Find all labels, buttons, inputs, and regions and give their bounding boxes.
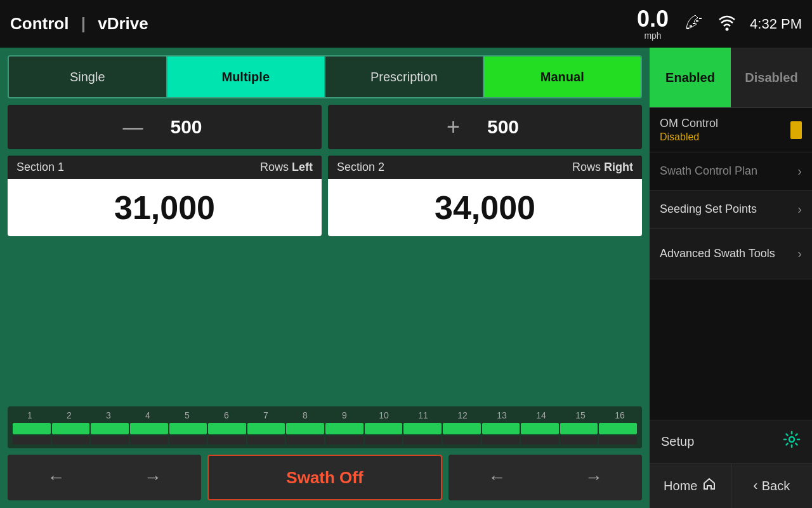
main-layout: Single Multiple Prescription Manual — 50… [0, 48, 812, 508]
tab-manual[interactable]: Manual [484, 57, 641, 97]
setup-label: Setup [661, 434, 694, 449]
section-card-2: Section 2 Rows Right 34,000 [328, 156, 642, 236]
title-divider: | [81, 14, 86, 33]
swath-off-button[interactable]: Swath Off [207, 455, 442, 500]
row-bar-16[interactable] [599, 423, 637, 434]
title-prefix: Control [10, 14, 69, 33]
stepper-right-plus[interactable]: + [442, 116, 465, 138]
row-bar-7[interactable] [247, 423, 285, 434]
title-bold: vDrive [98, 14, 148, 33]
row-dot-13 [482, 436, 520, 444]
speed-value: 0.0 [637, 8, 669, 30]
row-num-12: 12 [445, 410, 480, 420]
row-indicators: 12345678910111213141516 [8, 406, 642, 448]
row-dot-3 [91, 436, 129, 444]
nav-right-next[interactable]: → [572, 461, 615, 494]
row-num-11: 11 [405, 410, 441, 420]
advanced-swath-tools-arrow: › [797, 246, 802, 261]
row-dot-1 [13, 436, 51, 444]
om-indicator [790, 121, 802, 139]
row-dot-12 [443, 436, 481, 444]
swath-control-plan-item[interactable]: Swath Control Plan › [650, 152, 812, 190]
sidebar-spacer [650, 279, 812, 420]
top-bar: Control | vDrive 0.0 mph [0, 0, 812, 48]
seeding-set-points-item[interactable]: Seeding Set Points › [650, 190, 812, 229]
disabled-button[interactable]: Disabled [731, 48, 812, 107]
advanced-swath-tools-item[interactable]: Advanced Swath Tools › [650, 229, 812, 279]
bottom-controls: ← → Swath Off ← → [8, 455, 642, 500]
row-bar-10[interactable] [365, 423, 403, 434]
nav-right-prev[interactable]: ← [475, 461, 518, 494]
om-control-item[interactable]: OM Control Disabled [650, 108, 812, 152]
tab-prescription[interactable]: Prescription [325, 57, 484, 97]
section-1-rows: Rows Left [260, 161, 313, 174]
tab-multiple[interactable]: Multiple [167, 57, 326, 97]
row-num-3: 3 [91, 410, 126, 420]
row-bar-3[interactable] [91, 423, 129, 434]
section-2-rows: Rows Right [572, 161, 633, 174]
row-bar-6[interactable] [208, 423, 246, 434]
enable-disable-toggle: Enabled Disabled [650, 48, 812, 108]
row-dot-10 [365, 436, 403, 444]
home-label: Home [664, 479, 697, 493]
back-button[interactable]: ‹ Back [731, 464, 813, 508]
stepper-left: — 500 [8, 105, 322, 149]
row-dots [10, 434, 639, 444]
tab-row: Single Multiple Prescription Manual [8, 55, 642, 98]
row-dot-15 [560, 436, 598, 444]
svg-rect-1 [690, 25, 692, 27]
row-bar-8[interactable] [286, 423, 324, 434]
section-2-header: Section 2 Rows Right [328, 156, 642, 179]
row-num-7: 7 [248, 410, 284, 420]
row-bar-15[interactable] [560, 423, 598, 434]
seeding-set-points-arrow: › [797, 202, 802, 217]
section-2-label: Section 2 [337, 161, 384, 174]
signal-icon [681, 10, 704, 37]
home-icon [702, 477, 716, 495]
row-dot-4 [130, 436, 168, 444]
row-bar-12[interactable] [443, 423, 481, 434]
nav-left-next[interactable]: → [131, 461, 174, 494]
om-control-text: OM Control Disabled [660, 117, 718, 143]
home-back-row: Home ‹ Back [650, 464, 812, 508]
home-button[interactable]: Home [650, 464, 731, 508]
setup-row[interactable]: Setup [650, 420, 812, 464]
row-bar-13[interactable] [482, 423, 520, 434]
row-bar-11[interactable] [403, 423, 442, 434]
row-num-14: 14 [523, 410, 559, 420]
tab-single[interactable]: Single [9, 57, 167, 97]
row-num-1: 1 [12, 410, 48, 420]
row-num-15: 15 [563, 410, 598, 420]
nav-left-prev[interactable]: ← [34, 461, 77, 494]
svg-point-5 [726, 27, 729, 30]
stepper-left-minus[interactable]: — [118, 117, 148, 137]
row-dot-7 [247, 436, 285, 444]
row-num-4: 4 [130, 410, 166, 420]
row-bar-4[interactable] [130, 423, 168, 434]
row-dot-11 [403, 436, 442, 444]
row-dot-9 [325, 436, 363, 444]
wifi-icon [717, 13, 737, 35]
row-num-8: 8 [287, 410, 323, 420]
section-1-value[interactable]: 31,000 [8, 179, 322, 236]
svg-rect-3 [696, 20, 698, 22]
stepper-left-value: 500 [161, 116, 212, 138]
nav-right-group: ← → [449, 455, 642, 500]
section-2-value[interactable]: 34,000 [328, 179, 642, 236]
row-num-6: 6 [209, 410, 244, 420]
row-numbers: 12345678910111213141516 [10, 410, 639, 420]
row-bar-2[interactable] [52, 423, 90, 434]
enabled-button[interactable]: Enabled [650, 48, 731, 107]
sections-row: Section 1 Rows Left 31,000 Section 2 Row… [8, 156, 642, 236]
section-card-1: Section 1 Rows Left 31,000 [8, 156, 322, 236]
row-bar-9[interactable] [325, 423, 363, 434]
row-bar-5[interactable] [169, 423, 207, 434]
stepper-row: — 500 + 500 [8, 105, 642, 149]
row-bar-1[interactable] [13, 423, 51, 434]
row-bar-14[interactable] [521, 423, 559, 434]
gear-icon [783, 431, 801, 453]
nav-left-group: ← → [8, 455, 201, 500]
stepper-right: + 500 [328, 105, 642, 149]
row-dot-2 [52, 436, 90, 444]
row-num-9: 9 [327, 410, 362, 420]
